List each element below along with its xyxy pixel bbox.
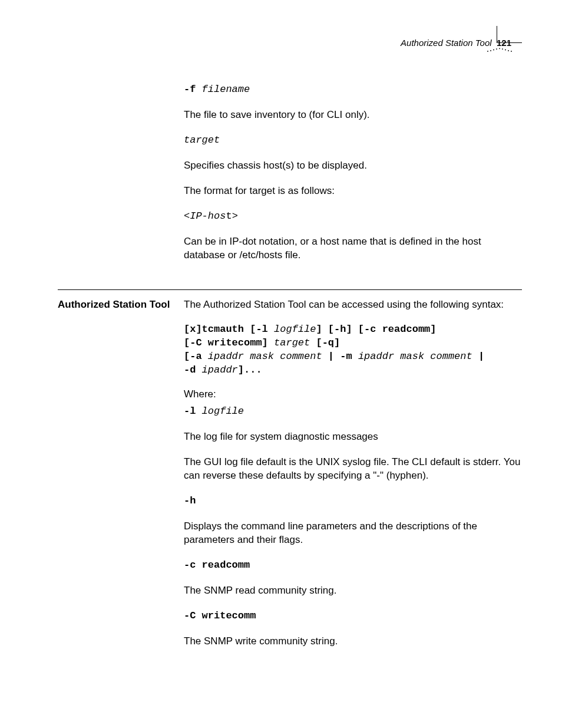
paragraph: The GUI log file default is the UNIX sys…: [184, 456, 522, 483]
paragraph: The log file for system diagnostic messa…: [184, 430, 522, 444]
page: Authorized Station Tool 121: [0, 0, 562, 660]
svg-point-2: [493, 50, 494, 51]
paragraph: The file to save inventory to (for CLI o…: [184, 108, 522, 122]
angle-close: >: [232, 210, 238, 222]
iphost-arg: IP-hos: [190, 210, 226, 222]
option-line: -f filename: [184, 83, 522, 97]
section-heading: Authorized Station Tool: [58, 298, 173, 660]
section-continued: -f filename The file to save inventory t…: [58, 76, 522, 274]
paragraph: The SNMP write community string.: [184, 635, 522, 648]
option-flag: -l: [184, 406, 196, 417]
option-flag: -C writecomm: [184, 610, 522, 623]
paragraph: The format for target is as follows:: [184, 185, 522, 198]
page-header: Authorized Station Tool 121: [58, 38, 522, 54]
section-body: -f filename The file to save inventory t…: [184, 83, 522, 274]
option-arg: filename: [202, 84, 250, 95]
svg-point-5: [502, 48, 503, 50]
paragraph: Where:: [184, 388, 522, 401]
paragraph: The Authorized Station Tool can be acces…: [184, 298, 522, 312]
svg-point-4: [499, 48, 500, 49]
arg-line: target: [184, 134, 522, 147]
svg-point-0: [487, 51, 488, 52]
option-line: -l logfile: [184, 405, 522, 419]
option-flag: -h: [184, 495, 522, 508]
paragraph: Specifies chassis host(s) to be displaye…: [184, 159, 522, 173]
content: -f filename The file to save inventory t…: [58, 76, 522, 660]
section-authorized-station-tool: Authorized Station Tool The Authorized S…: [58, 289, 522, 660]
svg-point-6: [505, 50, 506, 51]
section-heading: [58, 83, 173, 274]
angle-open: <: [184, 210, 190, 222]
svg-point-3: [496, 48, 497, 50]
header-corner-line: [497, 26, 522, 43]
svg-point-7: [508, 50, 509, 51]
paragraph: Can be in IP-dot notation, or a host nam…: [184, 235, 522, 262]
paragraph: Displays the command line parameters and…: [184, 520, 522, 547]
option-flag: -f: [184, 84, 196, 95]
svg-point-8: [511, 51, 512, 52]
syntax-block: [x]tcmauth [-l logfile] [-h] [-c readcom…: [184, 323, 522, 377]
section-body: The Authorized Station Tool can be acces…: [184, 298, 522, 660]
iphost-line: <IP-host>: [184, 210, 522, 223]
option-flag: -c readcomm: [184, 559, 522, 572]
svg-point-1: [490, 50, 491, 51]
option-arg: logfile: [202, 406, 244, 417]
paragraph: The SNMP read community string.: [184, 584, 522, 598]
iphost-trail: t: [226, 210, 232, 222]
header-title: Authorized Station Tool: [401, 38, 492, 48]
